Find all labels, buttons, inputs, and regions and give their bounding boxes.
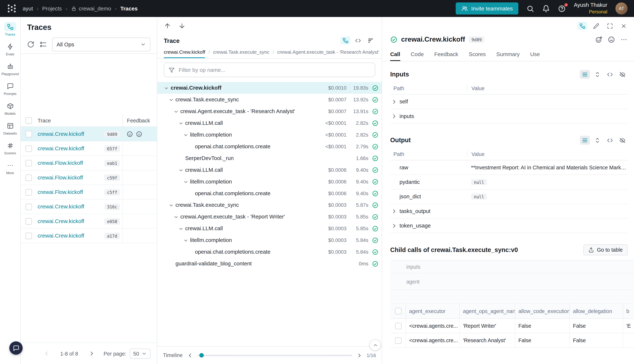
tab-feedback[interactable]: Feedback — [434, 48, 458, 61]
bell-icon[interactable] — [542, 4, 550, 12]
tab-code[interactable]: Code — [411, 48, 424, 61]
row-checkbox[interactable] — [26, 160, 32, 166]
flame-view-button[interactable] — [366, 36, 375, 44]
trace-row[interactable]: crewai.Flow.kickoff c5ff — [21, 185, 157, 200]
child-call-row[interactable]: <crewai.agents.cre... 'Report Writer' Fa… — [390, 319, 634, 333]
output-row[interactable]: pydantic null — [390, 175, 627, 189]
sidebar-item-datasets[interactable]: Datasets — [0, 119, 20, 137]
expand-rows-button[interactable] — [592, 70, 602, 79]
trace-row[interactable]: crewai.Crew.kickoff 316c — [21, 200, 157, 214]
chevron-down-icon[interactable] — [178, 167, 185, 173]
invite-teammates-button[interactable]: Invite teammates — [456, 2, 518, 14]
prev-page-icon[interactable] — [43, 350, 50, 357]
search-icon[interactable] — [526, 4, 534, 12]
chevron-down-icon[interactable] — [178, 120, 185, 126]
chevron-down-icon[interactable] — [169, 97, 175, 102]
tree-row[interactable]: crewai.Task.execute_sync $0.0007 13.92s — [157, 94, 382, 106]
sidebar-item-traces[interactable]: Traces — [0, 20, 20, 38]
tree-row[interactable]: crewai.Agent.execute_task - 'Report Writ… — [157, 211, 382, 223]
json-view-button[interactable] — [605, 136, 615, 144]
op-name-filter-input[interactable] — [178, 66, 370, 73]
chevron-right-icon[interactable] — [391, 222, 397, 229]
prev-call-up-icon[interactable] — [164, 22, 171, 30]
chevron-right-icon[interactable] — [391, 208, 397, 214]
column-header[interactable]: allow_code_execution — [515, 304, 569, 318]
tree-row[interactable]: openai.chat.completions.create $0.0006 9… — [157, 188, 382, 199]
input-row[interactable]: self — [390, 94, 627, 109]
row-checkbox[interactable] — [26, 145, 32, 152]
sidebar-item-prompts[interactable]: Prompts — [0, 80, 20, 98]
tab-use[interactable]: Use — [530, 48, 540, 61]
row-checkbox[interactable] — [26, 232, 32, 239]
input-row[interactable]: inputs — [390, 109, 627, 124]
add-reaction-icon[interactable] — [595, 36, 602, 43]
avatar[interactable]: AT — [615, 2, 627, 14]
row-checkbox[interactable] — [26, 204, 32, 210]
chevron-down-icon[interactable] — [174, 214, 180, 220]
path-tab[interactable]: crewai.Crew.kickoff — [164, 46, 205, 58]
refresh-icon[interactable] — [27, 41, 35, 48]
sidebar-item-models[interactable]: Models — [0, 99, 20, 118]
select-all-checkbox[interactable] — [395, 308, 401, 314]
row-checkbox[interactable] — [26, 174, 32, 181]
tree-row[interactable]: crewai.Crew.kickoff $0.0010 19.83s — [157, 82, 382, 94]
sidebar-item-scorers[interactable]: Scorers — [0, 139, 20, 157]
frowny-icon[interactable] — [136, 131, 142, 137]
sidebar-item-more[interactable]: More — [0, 159, 20, 177]
row-checkbox[interactable] — [395, 337, 401, 344]
chevron-down-icon[interactable] — [178, 226, 185, 231]
tree-row[interactable]: openai.chat.completions.create $0.0003 5… — [157, 246, 382, 258]
trace-row[interactable]: crewai.Crew.kickoff a17d — [21, 229, 157, 243]
chevron-down-icon[interactable] — [183, 179, 190, 184]
tree-row[interactable]: litellm.completion $0.0003 5.84s — [157, 234, 382, 246]
column-header[interactable]: b — [623, 304, 634, 318]
code-view-button[interactable] — [353, 36, 363, 44]
trace-op-link[interactable]: crewai.Crew.kickoff — [38, 204, 84, 210]
row-checkbox[interactable] — [395, 322, 401, 329]
output-row[interactable]: token_usage — [390, 218, 627, 233]
smiley-icon[interactable] — [127, 131, 133, 137]
list-view-button[interactable] — [580, 70, 590, 79]
chevron-down-icon[interactable] — [183, 237, 190, 243]
hide-values-button[interactable] — [617, 136, 627, 144]
trace-row[interactable]: crewai.Crew.kickoff 657f — [21, 141, 157, 156]
tree-view-button[interactable] — [341, 36, 350, 44]
trace-row[interactable]: crewai.Crew.kickoff e058 — [21, 214, 157, 228]
column-header[interactable]: agent_ops_agent_nan — [459, 304, 515, 318]
ops-filter-select[interactable]: All Ops — [52, 38, 150, 51]
go-to-table-button[interactable]: Go to table — [583, 244, 627, 255]
manage-columns-icon[interactable] — [40, 41, 47, 48]
close-panel-button[interactable] — [618, 22, 628, 30]
child-call-row[interactable]: <crewai.agents.cre... 'Research Analyst'… — [390, 333, 634, 348]
tab-summary[interactable]: Summary — [496, 48, 519, 61]
sidebar-item-playground[interactable]: Playground — [0, 60, 20, 78]
select-all-checkbox[interactable] — [26, 117, 32, 124]
list-view-button[interactable] — [580, 136, 590, 144]
breadcrumb-projects[interactable]: Projects — [42, 6, 62, 12]
user-menu[interactable]: Ayush Thakur Personal — [574, 2, 607, 15]
tab-call[interactable]: Call — [390, 48, 400, 61]
next-page-icon[interactable] — [89, 350, 95, 357]
overflow-menu-icon[interactable] — [620, 36, 627, 43]
per-page-select[interactable]: 50 — [130, 348, 150, 358]
tree-row[interactable]: crewai.Task.execute_sync $0.0003 5.87s — [157, 199, 382, 211]
chevron-right-icon[interactable] — [391, 98, 397, 105]
timeline-next-icon[interactable] — [356, 352, 363, 358]
tree-row[interactable]: guardrail-validate_blog_content 0ms — [157, 258, 382, 270]
chevron-down-icon[interactable] — [174, 108, 180, 114]
sidebar-item-evals[interactable]: Evals — [0, 40, 20, 58]
row-checkbox[interactable] — [26, 131, 32, 137]
trace-op-link[interactable]: crewai.Crew.kickoff — [38, 131, 84, 137]
trace-op-link[interactable]: crewai.Crew.kickoff — [38, 218, 84, 224]
tree-row[interactable]: crewai.LLM.call $0.0006 9.40s — [157, 164, 382, 176]
chevron-down-icon[interactable] — [169, 202, 175, 208]
help-button[interactable] — [558, 4, 566, 12]
trace-op-link[interactable]: crewai.Flow.kickoff — [38, 160, 83, 166]
trace-op-link[interactable]: crewai.Crew.kickoff — [38, 145, 84, 152]
tree-row[interactable]: crewai.LLM.call <$0.0001 2.82s — [157, 117, 382, 129]
tree-row[interactable]: SerperDevTool._run 1.66s — [157, 152, 382, 164]
breadcrumb-project[interactable]: crewai_demo — [71, 6, 111, 12]
chevron-down-icon[interactable] — [164, 85, 171, 91]
path-tab[interactable]: crewai.Agent.execute_task - 'Research An… — [277, 46, 379, 58]
next-call-down-icon[interactable] — [178, 22, 186, 30]
